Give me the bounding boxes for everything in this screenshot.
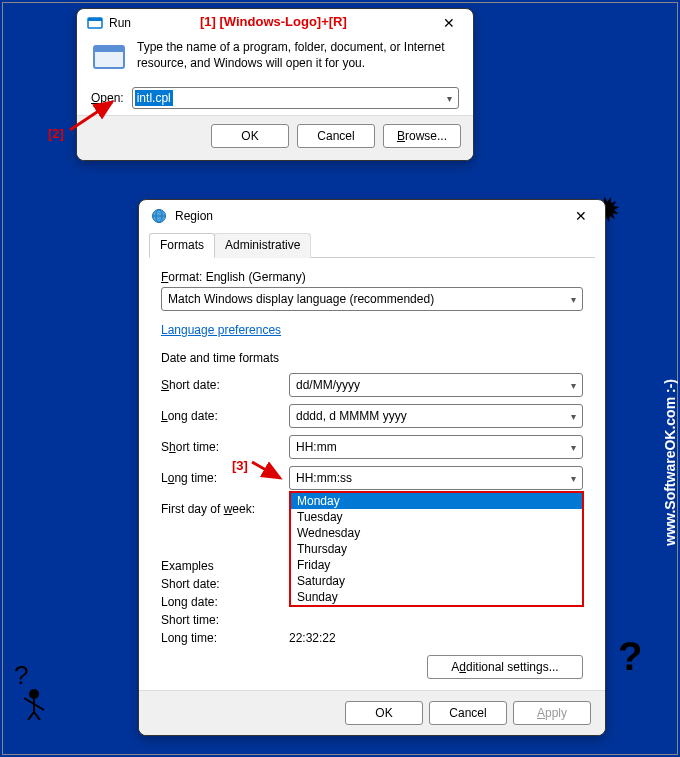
cancel-button[interactable]: Cancel [297,124,375,148]
run-dialog: Run ✕ Type the name of a program, folder… [76,8,474,161]
svg-text:?: ? [618,634,642,678]
chevron-down-icon[interactable]: ▾ [571,411,576,422]
svg-line-6 [34,712,40,720]
ok-button[interactable]: OK [211,124,289,148]
annotation-3: [3] [232,458,248,473]
annotation-3-arrow [248,458,288,484]
day-option-sunday[interactable]: Sunday [291,589,582,605]
day-option-monday[interactable]: Monday [291,493,582,509]
language-preferences-link[interactable]: Language preferences [161,323,281,337]
run-icon [87,15,103,31]
open-value: intl.cpl [135,90,173,106]
chevron-down-icon[interactable]: ▾ [440,93,458,104]
region-titlebar[interactable]: Region ✕ [139,200,605,228]
region-title: Region [175,209,567,223]
day-option-saturday[interactable]: Saturday [291,573,582,589]
svg-rect-11 [94,46,124,52]
region-ok-button[interactable]: OK [345,701,423,725]
long-date-label: Long date: [161,409,289,423]
svg-line-4 [34,704,44,710]
annotation-2-arrow [64,96,124,136]
svg-point-1 [29,689,39,699]
svg-line-5 [28,712,34,720]
ex-long-date-label: Long date: [161,595,289,609]
ex-long-time-label: Long time: [161,631,289,645]
chevron-down-icon[interactable]: ▾ [571,442,576,453]
globe-icon [151,208,167,224]
annotation-1: [1] [Windows-Logo]+[R] [200,14,347,29]
format-dropdown[interactable]: Match Windows display language (recommen… [161,287,583,311]
region-apply-button[interactable]: Apply [513,701,591,725]
first-day-option-list[interactable]: Monday Tuesday Wednesday Thursday Friday… [289,491,584,607]
close-icon[interactable]: ✕ [567,208,595,224]
decoration-question-mark: ? [610,630,650,697]
close-icon[interactable]: ✕ [435,15,463,31]
svg-text:?: ? [14,660,28,690]
region-cancel-button[interactable]: Cancel [429,701,507,725]
svg-rect-9 [88,18,102,21]
ex-short-time-label: Short time: [161,613,289,627]
chevron-down-icon[interactable]: ▾ [571,380,576,391]
day-option-wednesday[interactable]: Wednesday [291,525,582,541]
chevron-down-icon[interactable]: ▾ [571,473,576,484]
day-option-thursday[interactable]: Thursday [291,541,582,557]
first-day-label: First day of week: [161,502,289,516]
svg-line-12 [70,102,112,130]
tab-strip: Formats Administrative [149,232,595,258]
region-dialog: Region ✕ Formats Administrative Format: … [138,199,606,736]
decoration-question-figure: ? [12,660,52,727]
format-label: Format: English (Germany) [161,270,583,284]
short-date-label: Short date: [161,378,289,392]
ex-short-date-label: Short date: [161,577,289,591]
tab-formats[interactable]: Formats [149,233,215,258]
long-date-dropdown[interactable]: dddd, d MMMM yyyy▾ [289,404,583,428]
day-option-friday[interactable]: Friday [291,557,582,573]
chevron-down-icon[interactable]: ▾ [571,294,576,305]
run-big-icon [91,39,127,75]
svg-line-16 [252,462,280,478]
browse-button[interactable]: Browse... [383,124,461,148]
format-value: Match Windows display language (recommen… [168,292,434,306]
annotation-2: [2] [48,126,64,141]
short-time-label: Short time: [161,440,289,454]
short-time-dropdown[interactable]: HH:mm▾ [289,435,583,459]
run-description: Type the name of a program, folder, docu… [137,39,459,75]
tab-administrative[interactable]: Administrative [214,233,311,258]
side-url-text: www.SoftwareOK.com :-) [662,379,678,546]
short-date-dropdown[interactable]: dd/MM/yyyy▾ [289,373,583,397]
long-time-dropdown[interactable]: HH:mm:ss▾ [289,466,583,490]
date-time-formats-label: Date and time formats [161,351,583,365]
additional-settings-button[interactable]: Additional settings... [427,655,583,679]
svg-line-3 [24,698,34,704]
day-option-tuesday[interactable]: Tuesday [291,509,582,525]
open-combobox[interactable]: intl.cpl ▾ [132,87,459,109]
ex-long-time-value: 22:32:22 [289,631,336,645]
